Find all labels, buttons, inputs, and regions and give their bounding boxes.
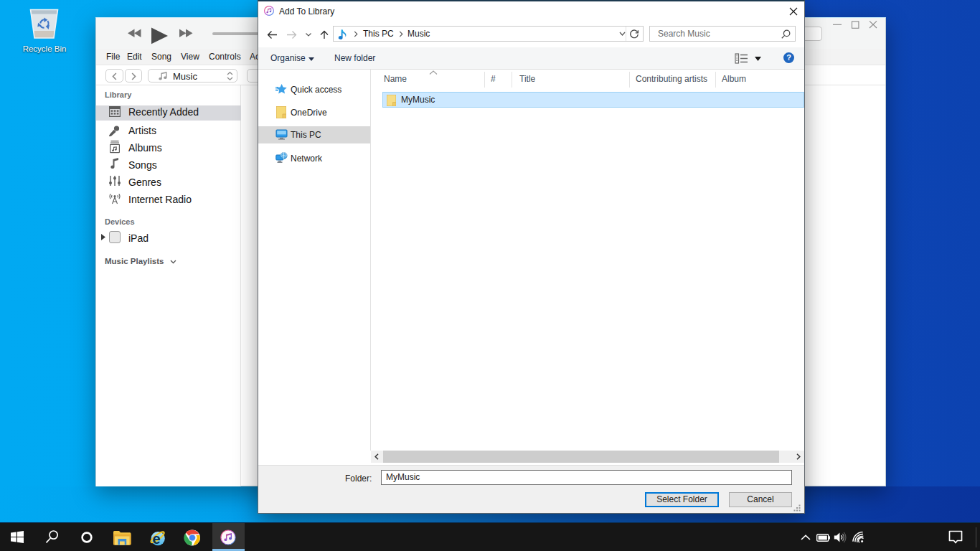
svg-text:e: e: [153, 531, 161, 547]
